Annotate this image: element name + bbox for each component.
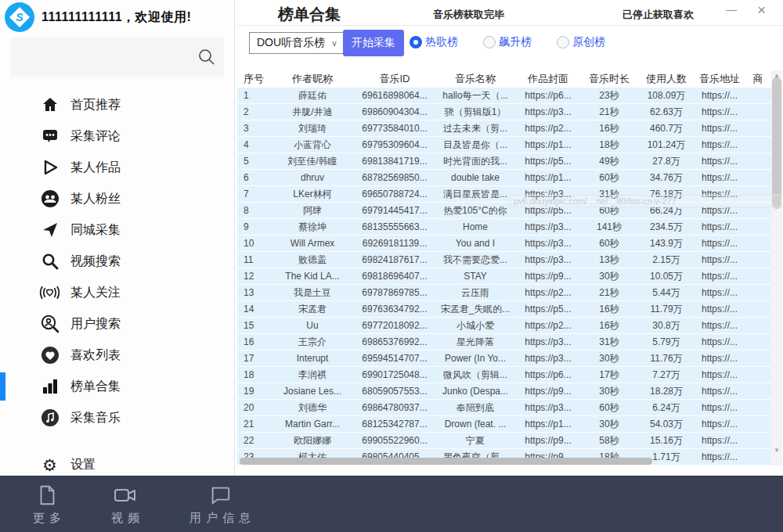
close-button[interactable]: × (757, 2, 766, 19)
fans-icon (39, 189, 60, 209)
table-row[interactable]: 21Martin Garr...68125342787...Drown (fea… (237, 416, 771, 433)
column-header[interactable]: 序号 (237, 70, 270, 88)
video-icon (112, 483, 139, 507)
board-select[interactable]: DOU听音乐榜 ∨ (249, 32, 344, 54)
sidebar-item-rankings[interactable]: 榜单合集 (0, 371, 234, 402)
sidebar-item-collect-music[interactable]: 采集音乐 (0, 402, 234, 433)
table-cell: 2 (237, 104, 270, 120)
footer-item-user-info[interactable]: 用户信息 (185, 483, 255, 526)
column-header[interactable]: 音乐ID (355, 70, 435, 88)
table-cell: 5.44万 (638, 285, 695, 300)
vertical-scrollbar[interactable]: ▲ ▼ (771, 70, 782, 466)
search-input[interactable] (11, 38, 224, 77)
table-cell: 16秒 (580, 120, 638, 136)
table-cell: https://p9... (516, 268, 580, 284)
table-row[interactable]: 18李润祺69901725048...微风吹（剪辑...https://p6..… (237, 367, 771, 383)
radio-original[interactable]: 原创榜 (557, 35, 605, 49)
column-header[interactable]: 使用人数 (638, 70, 695, 88)
table-row[interactable]: 16王宗介69865376992...星光降落https://p3...31秒5… (237, 334, 771, 350)
table-cell: 刘瑞琦 (270, 120, 355, 136)
status-music-fetched: 音乐榜获取完毕 (433, 8, 504, 22)
table-row[interactable]: 10Will Armex69269181139...You and Ihttps… (237, 235, 771, 252)
column-header[interactable]: 作者昵称 (270, 70, 355, 88)
start-collect-button[interactable]: 开始采集 (343, 30, 404, 56)
table-header-row: 序号作者昵称音乐ID音乐名称作品封面音乐时长使用人数音乐地址商 (237, 70, 771, 88)
table-cell: https://... (695, 120, 745, 136)
table-cell: 68782569850... (355, 170, 435, 185)
table-cell: https://... (695, 104, 745, 120)
table-cell: 7 (237, 186, 270, 202)
table-row[interactable]: 15Uu69772018092...小城小爱https://p2...16秒30… (237, 318, 771, 334)
sidebar-item-video-search[interactable]: 视频搜索 (0, 246, 234, 277)
sidebar-item-home-recommend[interactable]: 首页推荐 (0, 89, 234, 120)
table-cell: 20 (237, 400, 270, 415)
table-cell: 69865376992... (355, 334, 435, 350)
table-row[interactable]: 4小蓝背心69795309604...目及皆是你（...https://p1..… (237, 137, 771, 153)
table-cell: 奉陪到底 (435, 400, 516, 415)
radio-soaring[interactable]: 飙升榜 (483, 35, 532, 49)
table-cell: https://p3... (516, 219, 580, 235)
controls-row: DOU听音乐榜 ∨ 开始采集 热歌榜 飙升榜 原创榜 (236, 26, 783, 70)
table-cell (745, 334, 771, 350)
search-icon[interactable] (197, 48, 216, 66)
vertical-scrollbar-thumb[interactable] (772, 77, 781, 209)
table-cell: 22 (237, 433, 270, 448)
sidebar-item-user-fans[interactable]: 某人粉丝 (0, 183, 234, 214)
chart-bars-icon (39, 376, 60, 397)
radio-label: 原创榜 (572, 35, 605, 49)
table-cell: 69818696407... (355, 268, 435, 284)
sidebar-item-city-collect[interactable]: 同城采集 (0, 214, 234, 246)
table-row[interactable]: 1薛廷佑69616898064...hallo每一天（...https://p6… (237, 88, 771, 104)
table-row[interactable]: 6dhruv68782569850...double takehttps://p… (237, 170, 771, 186)
table-cell: 13 (237, 285, 270, 300)
radio-hot-songs[interactable]: 热歌榜 (410, 35, 458, 49)
table-cell: 30秒 (580, 350, 638, 366)
comment-icon (39, 126, 60, 146)
sidebar-item-user-search[interactable]: 用户搜索 (0, 308, 234, 340)
column-header[interactable]: 音乐名称 (435, 70, 516, 88)
scroll-down-arrow[interactable]: ▼ (771, 445, 782, 456)
table-cell: 17秒 (580, 367, 638, 383)
table-cell (745, 137, 771, 153)
table-cell: 2.15万 (638, 252, 695, 268)
table-row[interactable]: 2井胧/井迪69860904304...骁（剪辑版1）https://p3...… (237, 104, 771, 120)
gear-icon: ⚙ (39, 455, 60, 475)
table-cell: https://p3... (516, 400, 580, 415)
table-cell: 时光背面的我... (435, 153, 516, 169)
table-cell: 23秒 (580, 88, 638, 103)
table-row[interactable]: 12The Kid LA...69818696407...STAYhttps:/… (237, 268, 771, 285)
table-cell: https://p9... (516, 383, 580, 399)
column-header[interactable]: 音乐地址 (695, 70, 745, 88)
sidebar-item-likes-list[interactable]: 喜欢列表 (0, 340, 234, 371)
table-row[interactable]: 3刘瑞琦69773584010...过去未来（剪...https://p2...… (237, 120, 771, 137)
table-cell (745, 219, 771, 235)
table-row[interactable]: 22欧阳娜娜69905522960...宁夏https://p9...58秒15… (237, 433, 771, 449)
minimize-button[interactable]: — (726, 3, 737, 16)
table-row[interactable]: 20刘德华69864780937...奉陪到底https://p3...60秒6… (237, 400, 771, 416)
table-row[interactable]: 17Interupt69594514707...Power (In Yo...h… (237, 350, 771, 367)
sidebar-item-label: 采集音乐 (70, 410, 121, 426)
table-cell: 108.09万 (638, 88, 695, 103)
sidebar-search[interactable] (11, 38, 224, 77)
table-cell: Will Armex (270, 235, 355, 251)
table-row[interactable]: 9蔡徐坤68135555663...Homehttps://p3...141秒2… (237, 219, 771, 235)
sidebar-item-collect-comments[interactable]: 采集评论 (0, 120, 234, 152)
table-row[interactable]: 19Josiane Les...68059057553...Junko (Des… (237, 383, 771, 400)
table-row[interactable]: 13我是土豆69787869785...云压雨https://p2...21秒5… (237, 285, 771, 301)
title-bar: 榜单合集 音乐榜获取完毕 已停止获取喜欢 — × (236, 0, 783, 26)
table-cell: https://p1... (516, 416, 580, 432)
footer-item-video[interactable]: 视频 (106, 483, 144, 526)
table-row[interactable]: 14宋孟君69763634792...宋孟君_失眠的...https://p5.… (237, 301, 771, 318)
horizontal-scrollbar-thumb[interactable] (240, 458, 652, 465)
table-cell: https://p2... (516, 285, 580, 300)
table-row[interactable]: 11败德盖69824187617...我不需要恋爱...https://p3..… (237, 252, 771, 268)
table-row[interactable]: 5刘至佳/韩瞳69813841719...时光背面的我...https://p5… (237, 153, 771, 170)
column-header[interactable]: 商 (745, 70, 771, 88)
table-cell (745, 252, 771, 268)
column-header[interactable]: 作品封面 (516, 70, 580, 88)
table-cell: 18秒 (580, 137, 638, 153)
column-header[interactable]: 音乐时长 (580, 70, 638, 88)
sidebar-item-user-follows[interactable]: 某人关注 (0, 277, 234, 308)
footer-item-more[interactable]: 更多 (28, 483, 66, 526)
sidebar-item-user-works[interactable]: 某人作品 (0, 152, 234, 183)
